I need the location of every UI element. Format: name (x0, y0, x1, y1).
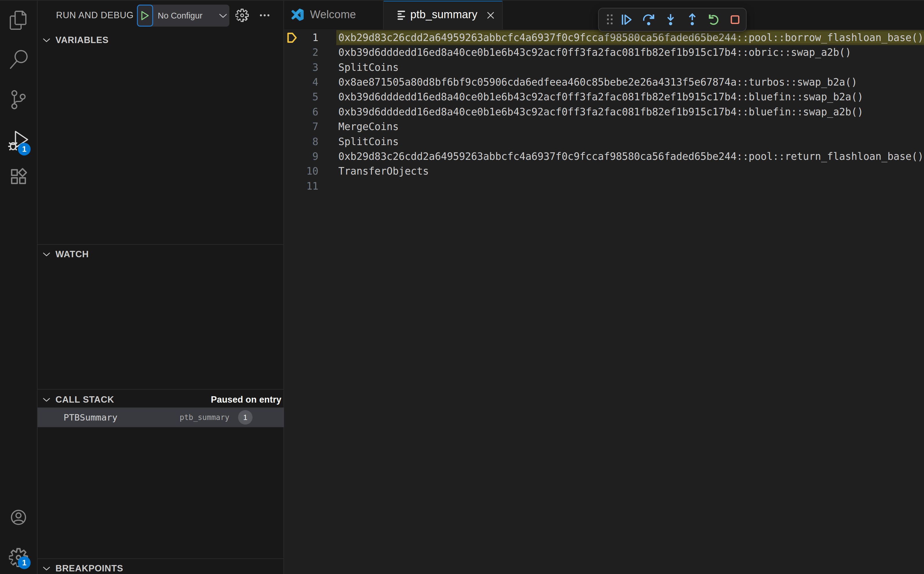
section-label: CALL STACK (55, 394, 114, 405)
section-label: BREAKPOINTS (55, 563, 123, 574)
settings-button[interactable]: 1 (0, 538, 37, 574)
play-icon (141, 11, 150, 20)
line-text: SplitCoins (338, 134, 399, 149)
line-number: 1 (284, 30, 318, 45)
section-label: VARIABLES (55, 35, 109, 46)
continue-button[interactable] (620, 8, 634, 31)
stack-frame-source: ptb_summary (180, 407, 230, 427)
extensions-icon (9, 167, 28, 186)
stop-button[interactable] (728, 8, 742, 31)
code-editor[interactable]: 1 0xb29d83c26cdd2a64959263abbcfc4a6937f0… (284, 29, 924, 574)
step-out-icon (686, 13, 699, 26)
line-text: 0xb39d6dddedd16ed8a40ce0b1e6b43c92acf0ff… (338, 89, 863, 104)
line-number: 11 (284, 179, 318, 194)
run-config-select[interactable]: No Configur (158, 5, 203, 27)
continue-icon (621, 13, 633, 26)
chevron-down-icon (43, 566, 50, 571)
pause-reason-label: Paused on entry (211, 394, 282, 405)
stop-icon (729, 13, 741, 26)
step-out-button[interactable] (685, 8, 699, 31)
sidebar-item-explorer[interactable] (0, 1, 37, 40)
activity-bar: 1 1 (0, 0, 38, 574)
restart-icon (707, 13, 720, 26)
start-debugging-button[interactable] (137, 5, 153, 27)
line-text: 0xb39d6dddedd16ed8a40ce0b1e6b43c92acf0ff… (338, 104, 863, 119)
line-number: 9 (284, 149, 318, 164)
code-line: 6 0xb39d6dddedd16ed8a40ce0b1e6b43c92acf0… (284, 104, 924, 119)
line-number: 5 (284, 89, 318, 104)
sidebar-item-run-and-debug[interactable]: 1 (0, 122, 37, 161)
line-text: TransferObjects (338, 164, 429, 179)
code-line: 4 0x8ae871505a80d8bf6bf9c05906cda6edfeea… (284, 74, 924, 90)
line-text: SplitCoins (338, 60, 399, 75)
section-separator (38, 558, 284, 559)
line-text: MergeCoins (338, 119, 399, 134)
stack-frame-name: PTBSummary (64, 407, 118, 427)
drag-handle[interactable] (604, 8, 616, 31)
section-breakpoints[interactable]: BREAKPOINTS (38, 561, 284, 574)
step-into-button[interactable] (664, 8, 678, 31)
section-call-stack[interactable]: CALL STACK Paused on entry (38, 392, 284, 407)
gear-icon (236, 9, 249, 22)
tab-welcome[interactable]: Welcome (284, 0, 384, 29)
tab-label: Welcome (310, 0, 356, 29)
section-variables[interactable]: VARIABLES (38, 32, 284, 48)
line-number: 8 (284, 134, 318, 149)
tab-ptb-summary[interactable]: ptb_summary (384, 0, 503, 29)
line-text: 0xb29d83c26cdd2a64959263abbcfc4a6937f0c9… (338, 30, 924, 45)
close-icon[interactable] (486, 11, 495, 19)
step-over-button[interactable] (642, 8, 656, 31)
list-file-icon (398, 11, 405, 20)
window-top-edge (0, 0, 924, 1)
stack-frame-line-badge: 1 (238, 410, 252, 424)
code-line: 10 TransferObjects (284, 164, 924, 179)
files-icon (9, 11, 28, 30)
code-line: 3 SplitCoins (284, 60, 924, 75)
sidebar-title: RUN AND DEBUG (56, 9, 134, 21)
ellipsis-icon (260, 13, 270, 17)
code-line: 9 0xb29d83c26cdd2a64959263abbcfc4a6937f0… (284, 149, 924, 164)
account-icon (9, 508, 28, 527)
editor-group: Welcome ptb_summary (284, 0, 924, 574)
section-separator (38, 244, 284, 245)
section-watch[interactable]: WATCH (38, 246, 284, 262)
line-number: 7 (284, 119, 318, 134)
gripper-icon (606, 14, 614, 25)
run-config-control: No Configur (137, 5, 230, 27)
call-stack-frame-row[interactable]: PTBSummary ptb_summary 1 (38, 407, 284, 427)
debug-sessions-badge: 1 (18, 143, 31, 156)
line-number: 3 (284, 60, 318, 75)
chevron-down-icon (43, 38, 50, 43)
source-control-icon (9, 90, 28, 109)
line-number: 4 (284, 74, 318, 90)
debug-settings-button[interactable] (236, 9, 249, 22)
chevron-down-icon (43, 398, 50, 402)
code-line: 11 (284, 179, 924, 194)
line-text: 0x8ae871505a80d8bf6bf9c05906cda6edfeea46… (338, 74, 857, 90)
tab-label: ptb_summary (410, 0, 477, 29)
vscode-window: 1 1 RUN AND DEBUG (0, 0, 924, 574)
code-line: 5 0xb39d6dddedd16ed8a40ce0b1e6b43c92acf0… (284, 89, 924, 104)
run-and-debug-sidebar: RUN AND DEBUG No Configur (38, 0, 284, 574)
sidebar-item-source-control[interactable] (0, 80, 37, 119)
account-button[interactable] (0, 498, 37, 537)
code-line: 2 0xb39d6dddedd16ed8a40ce0b1e6b43c92acf0… (284, 45, 924, 60)
line-text: 0xb39d6dddedd16ed8a40ce0b1e6b43c92acf0ff… (338, 45, 851, 60)
line-number: 10 (284, 164, 318, 179)
section-separator (38, 389, 284, 390)
search-icon (9, 50, 28, 69)
chevron-down-icon (219, 14, 227, 18)
line-number: 2 (284, 45, 318, 60)
vscode-logo-icon (291, 8, 304, 21)
code-line: 8 SplitCoins (284, 134, 924, 149)
code-line: 7 MergeCoins (284, 119, 924, 134)
section-label: WATCH (55, 249, 89, 260)
sidebar-item-extensions[interactable] (0, 157, 37, 196)
step-over-icon (642, 13, 655, 26)
step-into-icon (664, 13, 677, 26)
more-actions-button[interactable] (260, 13, 270, 17)
restart-button[interactable] (707, 8, 720, 31)
code-line: 1 0xb29d83c26cdd2a64959263abbcfc4a6937f0… (284, 30, 924, 45)
sidebar-item-search[interactable] (0, 40, 37, 79)
settings-badge: 1 (18, 557, 31, 569)
